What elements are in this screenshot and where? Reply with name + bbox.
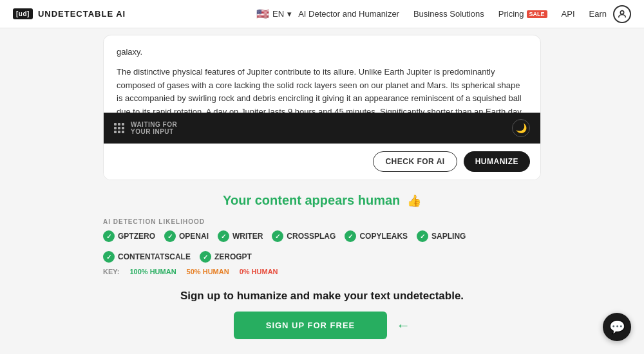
badge-contentatscale: ✓ CONTENTATSCALE [103,251,191,263]
detection-label: AI DETECTION LIKELIHOOD [103,218,541,225]
key-0-human: 0% HUMAN [240,268,278,275]
language-selector[interactable]: 🇺🇸 EN ▾ [256,8,292,20]
badge-crossplag: ✓ CROSSPLAG [272,230,336,242]
badge-writer: ✓ WRITER [218,230,263,242]
check-icon-gptzero: ✓ [103,230,115,242]
svg-point-0 [620,10,623,14]
grid-icon [114,123,124,133]
status-line-1: WAITING FOR [131,121,177,128]
pricing-link[interactable]: Pricing [498,9,524,19]
badge-sapling: ✓ SAPLING [417,230,466,242]
nav-ai-detector[interactable]: AI Detector and Humanizer [298,9,399,19]
text-paragraph-2: The distinctive physical features of Jup… [117,66,527,113]
result-title: Your content appears human 👍 [103,193,541,208]
navbar: [ud] UNDETECTABLE AI 🇺🇸 EN ▾ AI Detector… [0,0,644,28]
key-label: KEY: [103,268,119,275]
chat-icon: 💬 [609,319,625,335]
badge-zerogpt: ✓ ZEROGPT [200,251,252,263]
signup-btn-wrapper: SIGN UP FOR FREE ← [103,312,541,339]
thumbs-up-icon: 👍 [407,194,421,207]
check-icon-crossplag: ✓ [272,230,283,242]
check-icon-sapling: ✓ [417,230,428,242]
check-icon-copyleaks: ✓ [345,230,356,242]
check-for-ai-button[interactable]: CHECK FOR AI [373,151,457,172]
detection-section: AI DETECTION LIKELIHOOD ✓ GPTZERO ✓ OPEN… [103,218,541,275]
result-section: Your content appears human 👍 AI DETECTIO… [103,193,541,275]
signup-section: Sign up to humanize and make your text u… [103,290,541,339]
key-50-human: 50% HUMAN [187,268,229,275]
editor-actions: CHECK FOR AI HUMANIZE [104,144,540,180]
toolbar-left: WAITING FOR YOUR INPUT [114,121,177,135]
check-icon-writer: ✓ [218,230,229,242]
key-section: KEY: 100% HUMAN 50% HUMAN 0% HUMAN [103,268,541,275]
badge-gptzero: ✓ GPTZERO [103,230,155,242]
nav-links: AI Detector and Humanizer Business Solut… [298,9,607,19]
signup-title: Sign up to humanize and make your text u… [103,290,541,303]
check-icon-openai: ✓ [164,230,176,242]
main-content: galaxy. The distinctive physical feature… [0,35,644,339]
flag-icon: 🇺🇸 [256,8,269,20]
nav-business[interactable]: Business Solutions [413,9,484,19]
detection-badges: ✓ GPTZERO ✓ OPENAI ✓ WRITER ✓ CROSSPLAG … [103,230,541,263]
editor-toolbar: WAITING FOR YOUR INPUT 🌙 [104,113,540,144]
editor-text[interactable]: galaxy. The distinctive physical feature… [104,35,540,113]
badge-openai: ✓ OPENAI [164,230,209,242]
badge-copyleaks: ✓ COPYLEAKS [345,230,408,242]
humanize-button[interactable]: HUMANIZE [464,151,530,172]
nav-pricing[interactable]: Pricing SALE [498,9,547,19]
nav-api[interactable]: API [562,9,575,19]
sale-badge: SALE [527,10,547,18]
status-line-2: YOUR INPUT [131,128,177,135]
chat-button[interactable]: 💬 [603,313,631,341]
text-paragraph-1: galaxy. [117,46,527,59]
signup-button[interactable]: SIGN UP FOR FREE [234,312,388,339]
lang-code: EN [272,9,284,19]
nav-earn[interactable]: Earn [589,9,607,19]
user-avatar[interactable] [613,5,631,23]
toolbar-status: WAITING FOR YOUR INPUT [131,121,177,135]
chevron-down-icon: ▾ [287,9,292,19]
check-icon-zerogpt: ✓ [200,251,211,263]
moon-icon[interactable]: 🌙 [512,119,530,137]
logo-icon: [ud] [13,8,33,19]
check-icon-contentatscale: ✓ [103,251,115,263]
key-100-human: 100% HUMAN [129,268,176,275]
arrow-icon: ← [396,317,410,334]
editor-container: galaxy. The distinctive physical feature… [103,35,541,180]
logo-text: UNDETECTABLE AI [38,9,126,19]
nav-logo[interactable]: [ud] UNDETECTABLE AI [13,8,126,19]
